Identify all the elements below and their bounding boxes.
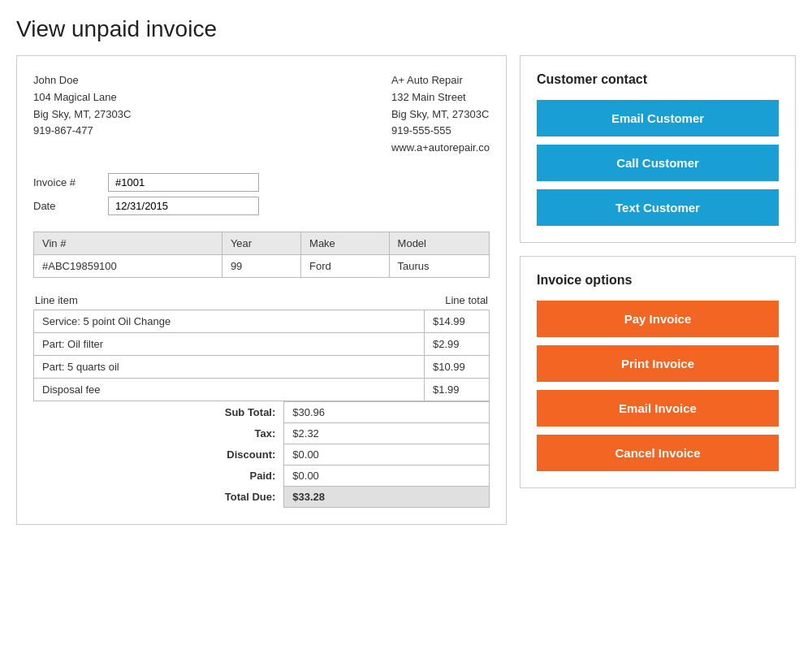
line-item-col-header: Line item	[35, 294, 78, 306]
line-items-header: Line item Line total	[33, 294, 490, 306]
address-row: John Doe 104 Magical Lane Big Sky, MT, 2…	[33, 72, 490, 157]
main-layout: John Doe 104 Magical Lane Big Sky, MT, 2…	[16, 55, 796, 525]
total-due-label: Total Due:	[33, 486, 284, 507]
line-item-description: Service: 5 point Oil Change	[34, 310, 425, 332]
vehicle-col-vin: Vin #	[34, 232, 222, 254]
customer-address1: 104 Magical Lane	[33, 89, 131, 106]
line-item-description: Disposal fee	[34, 378, 425, 401]
line-total-col-header: Line total	[445, 294, 488, 306]
line-item-description: Part: 5 quarts oil	[34, 355, 425, 378]
invoice-panel: John Doe 104 Magical Lane Big Sky, MT, 2…	[16, 55, 507, 525]
invoice-options-title: Invoice options	[537, 273, 779, 288]
line-item-row: Part: 5 quarts oil $10.99	[34, 355, 490, 378]
shop-address: A+ Auto Repair 132 Main Street Big Sky, …	[391, 72, 490, 157]
discount-label: Discount:	[33, 444, 284, 465]
invoice-number-label: Invoice #	[33, 176, 98, 188]
email-invoice-button[interactable]: Email Invoice	[537, 390, 779, 427]
discount-row: Discount: $0.00	[33, 444, 490, 465]
shop-name: A+ Auto Repair	[391, 72, 490, 89]
invoice-date-label: Date	[33, 200, 98, 212]
vehicle-vin: #ABC19859100	[34, 254, 222, 277]
invoice-number-row: Invoice #	[33, 173, 490, 192]
invoice-options-box: Invoice options Pay Invoice Print Invoic…	[520, 256, 796, 488]
paid-row: Paid: $0.00	[33, 465, 490, 486]
invoice-date-row: Date	[33, 197, 490, 215]
customer-address2: Big Sky, MT, 27303C	[33, 106, 131, 123]
customer-contact-title: Customer contact	[537, 72, 779, 87]
invoice-date-input[interactable]	[108, 197, 259, 215]
paid-value: $0.00	[284, 465, 490, 486]
totals-table: Sub Total: $30.96 Tax: $2.32 Discount: $…	[33, 401, 490, 508]
right-panel: Customer contact Email Customer Call Cus…	[520, 55, 796, 488]
shop-address1: 132 Main Street	[391, 89, 490, 106]
vehicle-year: 99	[222, 254, 300, 277]
customer-address: John Doe 104 Magical Lane Big Sky, MT, 2…	[33, 72, 131, 157]
invoice-number-input[interactable]	[108, 173, 259, 192]
vehicle-table: Vin # Year Make Model #ABC19859100 99 Fo…	[33, 232, 490, 278]
email-customer-button[interactable]: Email Customer	[537, 100, 779, 136]
cancel-invoice-button[interactable]: Cancel Invoice	[537, 435, 779, 471]
total-due-value: $33.28	[284, 486, 490, 507]
line-item-amount: $1.99	[425, 378, 490, 401]
customer-phone: 919-867-477	[33, 123, 131, 140]
page-title: View unpaid invoice	[16, 16, 796, 42]
shop-phone: 919-555-555	[391, 123, 490, 140]
text-customer-button[interactable]: Text Customer	[537, 189, 779, 226]
line-item-row: Service: 5 point Oil Change $14.99	[34, 310, 490, 332]
pay-invoice-button[interactable]: Pay Invoice	[537, 301, 779, 337]
line-item-row: Disposal fee $1.99	[34, 378, 490, 401]
customer-name: John Doe	[33, 72, 131, 89]
line-item-description: Part: Oil filter	[34, 332, 425, 355]
vehicle-col-make: Make	[301, 232, 390, 254]
shop-website: www.a+autorepair.co	[391, 140, 490, 157]
tax-label: Tax:	[33, 422, 284, 444]
line-items-table: Service: 5 point Oil Change $14.99 Part:…	[33, 310, 490, 401]
invoice-meta: Invoice # Date	[33, 173, 490, 215]
customer-contact-box: Customer contact Email Customer Call Cus…	[520, 55, 796, 243]
vehicle-col-model: Model	[389, 232, 489, 254]
total-due-row: Total Due: $33.28	[33, 486, 490, 507]
tax-value: $2.32	[284, 422, 490, 444]
vehicle-col-year: Year	[222, 232, 300, 254]
call-customer-button[interactable]: Call Customer	[537, 145, 779, 181]
tax-row: Tax: $2.32	[33, 422, 490, 444]
line-item-amount: $2.99	[425, 332, 490, 355]
line-item-row: Part: Oil filter $2.99	[34, 332, 490, 355]
line-item-amount: $10.99	[425, 355, 490, 378]
line-item-amount: $14.99	[425, 310, 490, 332]
print-invoice-button[interactable]: Print Invoice	[537, 345, 779, 382]
subtotal-value: $30.96	[284, 401, 490, 422]
discount-value: $0.00	[284, 444, 490, 465]
vehicle-make: Ford	[301, 254, 390, 277]
subtotal-row: Sub Total: $30.96	[33, 401, 490, 422]
vehicle-model: Taurus	[389, 254, 489, 277]
paid-label: Paid:	[33, 465, 284, 486]
subtotal-label: Sub Total:	[33, 401, 284, 422]
vehicle-row: #ABC19859100 99 Ford Taurus	[34, 254, 490, 277]
shop-address2: Big Sky, MT, 27303C	[391, 106, 490, 123]
